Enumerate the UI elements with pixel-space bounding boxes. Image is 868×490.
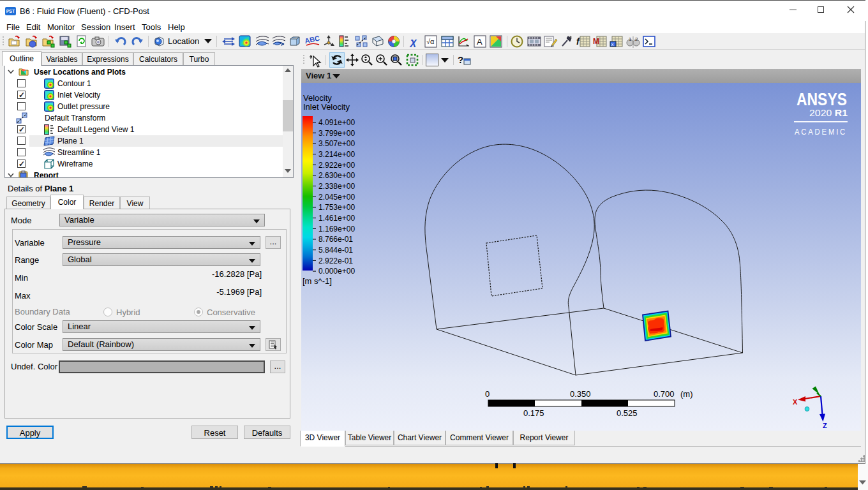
- svg-text:χ: χ: [409, 36, 417, 48]
- svg-text:5.844e-01: 5.844e-01: [318, 246, 353, 255]
- svg-text:2.338e+00: 2.338e+00: [318, 182, 355, 191]
- svg-text:[m s^-1]: [m s^-1]: [303, 276, 332, 286]
- svg-text:1.753e+00: 1.753e+00: [318, 203, 355, 212]
- svg-text:2.045e+00: 2.045e+00: [318, 193, 355, 202]
- svg-text:1.461e+00: 1.461e+00: [318, 214, 355, 223]
- svg-text:X: X: [793, 398, 798, 406]
- svg-text:A: A: [477, 37, 483, 47]
- svg-text:M: M: [593, 37, 599, 46]
- svg-text:4.091e+00: 4.091e+00: [318, 118, 355, 127]
- svg-text:x: x: [611, 41, 614, 47]
- svg-text:3.507e+00: 3.507e+00: [318, 139, 355, 148]
- svg-text:1.169e+00: 1.169e+00: [318, 225, 355, 234]
- svg-text:(m): (m): [680, 389, 693, 399]
- svg-text:0.175: 0.175: [523, 408, 544, 418]
- svg-text:Velocity: Velocity: [303, 93, 332, 103]
- svg-text:0.700: 0.700: [654, 389, 675, 399]
- svg-text:Inlet Velocity: Inlet Velocity: [303, 102, 350, 112]
- svg-text:2.922e+00: 2.922e+00: [318, 161, 355, 170]
- svg-text:0.000e+00: 0.000e+00: [318, 267, 355, 276]
- svg-text:1: 1: [629, 36, 632, 42]
- svg-text:Z: Z: [823, 422, 827, 429]
- svg-text:0.350: 0.350: [570, 389, 591, 399]
- svg-text:?: ?: [458, 54, 463, 65]
- svg-text:2.922e-01: 2.922e-01: [318, 256, 353, 265]
- svg-text:0.525: 0.525: [617, 408, 638, 418]
- svg-text:3.799e+00: 3.799e+00: [318, 129, 355, 138]
- svg-text:3.214e+00: 3.214e+00: [318, 150, 355, 159]
- svg-text:2020 R1: 2020 R1: [809, 108, 848, 118]
- svg-text:√α: √α: [426, 38, 435, 45]
- svg-text:8.766e-01: 8.766e-01: [318, 235, 353, 244]
- svg-text:ACADEMIC: ACADEMIC: [795, 128, 847, 137]
- svg-text:ANSYS: ANSYS: [797, 89, 847, 109]
- svg-text:0: 0: [485, 389, 490, 399]
- svg-text:2: 2: [635, 36, 638, 42]
- svg-text:2.630e+00: 2.630e+00: [318, 171, 355, 180]
- svg-text:f: f: [576, 36, 580, 47]
